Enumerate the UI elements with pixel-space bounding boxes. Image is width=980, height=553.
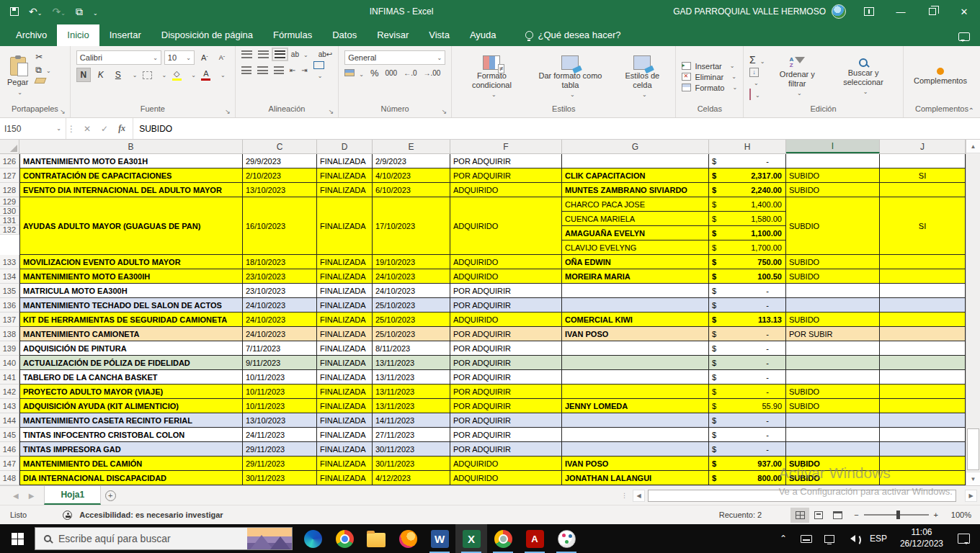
- cell[interactable]: FINALIZADA: [317, 255, 373, 269]
- align-center-icon[interactable]: [257, 66, 267, 74]
- cell[interactable]: 16/10/2023: [243, 197, 317, 255]
- row-header[interactable]: 132: [0, 225, 19, 235]
- cell[interactable]: [880, 341, 966, 356]
- cell[interactable]: SUBIDO: [786, 269, 880, 284]
- align-left-icon[interactable]: [241, 66, 251, 74]
- cell[interactable]: 23/10/2023: [243, 269, 317, 284]
- cell[interactable]: [562, 356, 709, 370]
- cell[interactable]: $937.00: [709, 457, 786, 471]
- align-right-icon[interactable]: [274, 66, 284, 74]
- cell[interactable]: FINALIZADA: [317, 154, 373, 168]
- merge-center-icon[interactable]: ⌄: [313, 61, 333, 79]
- vertical-scrollbar[interactable]: ▲ ▼: [966, 140, 980, 485]
- cell[interactable]: [562, 413, 709, 428]
- cell[interactable]: [786, 356, 880, 370]
- column-header-E[interactable]: E: [373, 140, 450, 153]
- cell[interactable]: [880, 284, 966, 298]
- column-header-D[interactable]: D: [317, 140, 373, 153]
- cell[interactable]: 13/11/2023: [373, 385, 450, 399]
- cell[interactable]: 2/10/2023: [243, 168, 317, 183]
- cell[interactable]: POR ADQUIRIR: [450, 442, 562, 457]
- cell[interactable]: 25/10/2023: [373, 298, 450, 313]
- cell[interactable]: POR ADQUIRIR: [450, 168, 562, 183]
- cell[interactable]: $1,400.00: [709, 197, 786, 212]
- paste-button[interactable]: Pegar⌄: [3, 49, 32, 104]
- cell[interactable]: MANTENIMIENTO DEL CAMIÓN: [19, 457, 243, 471]
- row-header[interactable]: 143: [0, 399, 19, 413]
- cell[interactable]: $113.13: [709, 313, 786, 327]
- cell[interactable]: ADQUIRIDO: [450, 313, 562, 327]
- cell[interactable]: SUBIDO: [786, 255, 880, 269]
- cell[interactable]: 30/11/2023: [373, 442, 450, 457]
- cell[interactable]: $-: [709, 370, 786, 385]
- fill-color-button[interactable]: ◇: [169, 68, 184, 82]
- cell[interactable]: 30/11/2023: [243, 471, 317, 485]
- cell[interactable]: CLAVIJO EVELYNG: [562, 240, 709, 255]
- row-header[interactable]: 141: [0, 370, 19, 385]
- cell[interactable]: POR ADQUIRIR: [450, 356, 562, 370]
- number-dialog-launcher[interactable]: ↘: [442, 108, 447, 115]
- cell[interactable]: KIT DE HERRAMIENTAS DE SEGURIDAD CAMIONE…: [19, 313, 243, 327]
- cell[interactable]: $-: [709, 356, 786, 370]
- row-header[interactable]: 135: [0, 284, 19, 298]
- row-header[interactable]: 126: [0, 154, 19, 168]
- cell[interactable]: 7/11/2023: [243, 341, 317, 356]
- cell[interactable]: FINALIZADA: [317, 327, 373, 341]
- cell[interactable]: 13/10/2023: [243, 413, 317, 428]
- cell[interactable]: $-: [709, 298, 786, 313]
- cell[interactable]: $-: [709, 154, 786, 168]
- cell[interactable]: CONTRATACIÓN DE CAPACITACIONES: [19, 168, 243, 183]
- cell[interactable]: FINALIZADA: [317, 413, 373, 428]
- cell[interactable]: [562, 428, 709, 442]
- taskbar-search-input[interactable]: Escribe aquí para buscar: [35, 527, 293, 550]
- cell[interactable]: $-: [709, 413, 786, 428]
- zoom-level[interactable]: 100%: [945, 511, 971, 519]
- cell[interactable]: COMERCIAL KIWI: [562, 313, 709, 327]
- clock[interactable]: 11:06 26/12/2023: [894, 527, 949, 549]
- cell[interactable]: 13/11/2023: [373, 399, 450, 413]
- hscroll-splitter[interactable]: ⋮: [621, 492, 628, 499]
- cell[interactable]: SUBDIO: [786, 197, 880, 255]
- tab-ayuda[interactable]: Ayuda: [460, 24, 507, 46]
- row-header[interactable]: 145: [0, 428, 19, 442]
- cell[interactable]: [786, 154, 880, 168]
- cell[interactable]: [562, 341, 709, 356]
- format-cells-button[interactable]: Formato⌄: [682, 84, 737, 92]
- row-header[interactable]: 137: [0, 313, 19, 327]
- cell[interactable]: [786, 413, 880, 428]
- cell[interactable]: MANTENIMIENTO TECHADO DEL SALON DE ACTOS: [19, 298, 243, 313]
- comma-style-icon[interactable]: 000: [385, 69, 397, 77]
- zoom-out-icon[interactable]: −: [854, 511, 858, 519]
- row-header[interactable]: 131: [0, 216, 19, 225]
- cell[interactable]: $-: [709, 428, 786, 442]
- cell[interactable]: PROYECTO ADULTO MAYOR (VIAJE): [19, 385, 243, 399]
- ribbon-display-options-button[interactable]: [853, 0, 885, 23]
- cell[interactable]: ADQUIRIDO: [450, 255, 562, 269]
- taskbar-app-edge[interactable]: [297, 524, 329, 553]
- tray-chevron-icon[interactable]: ⌃: [773, 524, 793, 553]
- row-header[interactable]: 130: [0, 207, 19, 216]
- save-icon[interactable]: [10, 7, 19, 16]
- cell[interactable]: FINALIZADA: [317, 298, 373, 313]
- accounting-format-icon[interactable]: ⌄: [344, 69, 364, 78]
- cell[interactable]: CHARCO PACA JOSE: [562, 197, 709, 212]
- tab-inicio[interactable]: Inicio: [57, 24, 99, 46]
- cell[interactable]: $55.90: [709, 399, 786, 413]
- row-header[interactable]: 127: [0, 168, 19, 183]
- cell[interactable]: $-: [709, 385, 786, 399]
- cell[interactable]: 13/11/2023: [373, 356, 450, 370]
- print-preview-icon[interactable]: ⧉: [76, 6, 83, 17]
- column-header-J[interactable]: J: [880, 140, 966, 153]
- tab-vista[interactable]: Vista: [419, 24, 460, 46]
- collapse-ribbon-icon[interactable]: ⌃: [968, 107, 974, 114]
- cell[interactable]: [880, 413, 966, 428]
- increase-decimal-icon[interactable]: ←.0: [404, 69, 416, 77]
- cell[interactable]: $2,317.00: [709, 168, 786, 183]
- tab-datos[interactable]: Datos: [322, 24, 367, 46]
- normal-view-button[interactable]: [790, 508, 809, 523]
- cell[interactable]: CLIK CAPACITACION: [562, 168, 709, 183]
- cell[interactable]: ADQUIRIDO: [450, 183, 562, 197]
- scroll-right-icon[interactable]: ▶: [965, 490, 977, 502]
- close-button[interactable]: ✕: [948, 0, 980, 23]
- percent-style-icon[interactable]: %: [370, 68, 379, 78]
